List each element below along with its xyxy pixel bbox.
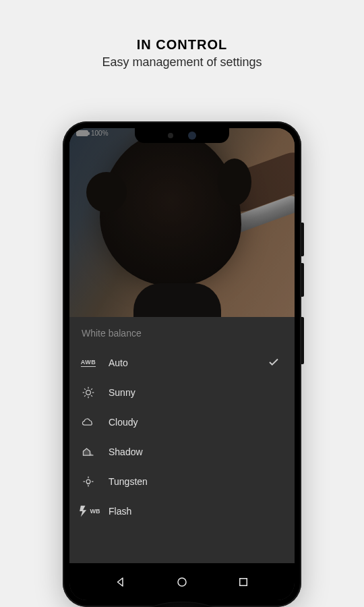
physical-home-button: [145, 602, 219, 607]
flash-icon: WB: [80, 503, 96, 519]
bulb-icon: [80, 473, 96, 490]
svg-point-0: [86, 391, 91, 395]
header-title: IN CONTROL: [0, 37, 364, 53]
display-notch: [135, 128, 229, 143]
wb-option-shadow[interactable]: Shadow: [79, 437, 285, 467]
wb-label: Cloudy: [109, 417, 285, 428]
house-shadow-icon: [80, 444, 96, 460]
check-icon: [268, 356, 281, 370]
white-balance-panel: White balance AWB Auto: [69, 317, 295, 563]
battery-percent: 100%: [91, 129, 109, 137]
recents-button[interactable]: [230, 569, 257, 596]
power-button: [301, 317, 304, 364]
phone-frame: 100% White balance AWB Auto: [63, 121, 301, 607]
wb-option-auto[interactable]: AWB Auto: [79, 348, 285, 378]
wb-label: Shadow: [109, 446, 285, 457]
home-button[interactable]: [169, 569, 195, 596]
phone-screen: 100% White balance AWB Auto: [69, 128, 295, 600]
battery-icon: [76, 130, 88, 136]
sun-icon: [80, 384, 96, 401]
svg-point-11: [86, 480, 90, 484]
status-bar: 100%: [76, 129, 109, 137]
svg-line-7: [84, 395, 86, 397]
awb-icon: AWB: [80, 355, 96, 371]
svg-point-18: [178, 578, 186, 586]
svg-line-8: [91, 388, 92, 390]
wb-option-cloudy[interactable]: Cloudy: [79, 407, 285, 437]
back-button[interactable]: [107, 569, 134, 596]
svg-line-6: [91, 395, 92, 397]
svg-rect-19: [240, 578, 247, 585]
marketing-header: IN CONTROL Easy management of settings: [0, 0, 364, 69]
camera-viewfinder[interactable]: [69, 128, 295, 317]
svg-line-5: [84, 388, 86, 390]
cloud-icon: [80, 414, 96, 430]
android-navbar: [69, 563, 295, 600]
panel-title: White balance: [79, 328, 285, 339]
volume-down-button: [301, 263, 304, 297]
wb-label: Auto: [109, 357, 255, 368]
header-subtitle: Easy management of settings: [0, 55, 364, 69]
wb-option-sunny[interactable]: Sunny: [79, 378, 285, 407]
wb-label: Flash: [109, 506, 285, 517]
volume-up-button: [301, 223, 304, 256]
wb-label: Sunny: [109, 387, 285, 398]
wb-option-tungsten[interactable]: Tungsten: [79, 467, 285, 496]
wb-option-flash[interactable]: WB Flash: [79, 496, 285, 526]
wb-label: Tungsten: [109, 476, 285, 487]
